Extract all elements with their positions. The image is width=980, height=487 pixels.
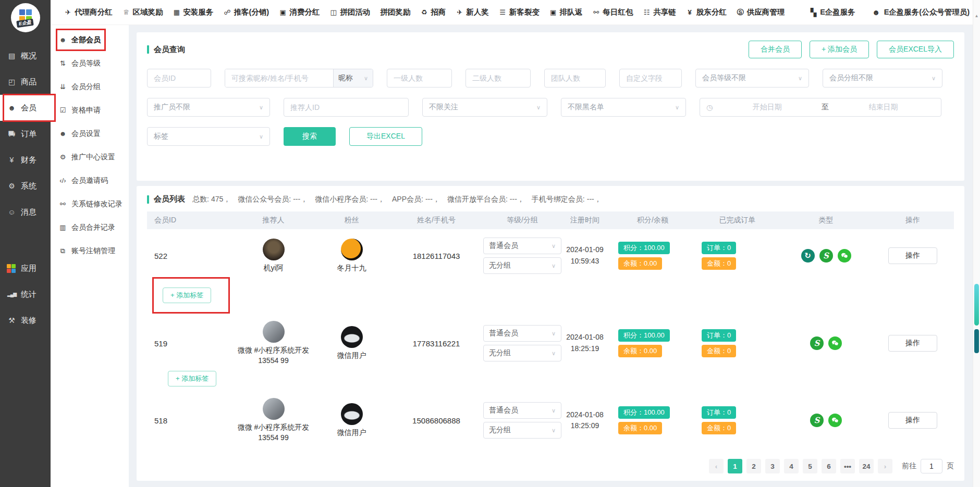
end-date-placeholder: 结束日期: [832, 103, 935, 112]
nav-newcomer-award[interactable]: ✈ 新人奖: [456, 7, 489, 17]
page-button-4[interactable]: 4: [784, 459, 799, 473]
submenu-invite-code[interactable]: ‹/› 会员邀请码: [51, 169, 129, 192]
member-level-select[interactable]: 会员等级不限 ∨: [695, 69, 809, 88]
overview-icon: ▤: [7, 52, 17, 60]
system-icon: ⚙: [7, 182, 17, 190]
search-button[interactable]: 搜索: [284, 127, 336, 146]
sidebar-item-member[interactable]: ☻ 会员: [0, 95, 51, 121]
sidebar-main-group: ▤ 概况 ◰ 商品 ☻ 会员 ⛟ 订单 ¥ 财务 ⚙ 系统 ☺ 消息: [0, 43, 51, 225]
group-select[interactable]: 无分组 ∨: [483, 257, 561, 274]
account-menu[interactable]: ☻ E企盈服务(公众号管理员): [872, 7, 970, 17]
table-row: 522 机yi阿 冬月十九 18126117043 普通会员 ∨ 无分组 ∨: [147, 229, 954, 276]
page-button-24[interactable]: 24: [859, 459, 874, 473]
sidebar-item-system[interactable]: ⚙ 系统: [0, 173, 51, 199]
level1-count-input[interactable]: [387, 69, 452, 88]
daily-redpacket-icon: ⚯: [592, 8, 600, 16]
consume-dividend-icon: ▣: [279, 8, 287, 16]
nav-agent-dividend[interactable]: ✈ 代理商分红: [64, 7, 113, 17]
nav-groupbuy-reward[interactable]: 拼团奖励: [380, 7, 410, 17]
sidebar-item-apps[interactable]: 应用: [0, 255, 51, 281]
page-button-2[interactable]: 2: [746, 459, 761, 473]
register-time: 2024-01-0818:25:19: [559, 332, 611, 354]
chevron-down-icon: ∨: [552, 427, 556, 434]
page-button-6[interactable]: 6: [822, 459, 836, 473]
sidebar-item-overview[interactable]: ▤ 概况: [0, 43, 51, 69]
nav-new-customer-fission[interactable]: ☰ 新客裂变: [499, 7, 540, 17]
keyword-input[interactable]: [225, 69, 333, 87]
level-select[interactable]: 普通会员 ∨: [483, 238, 561, 254]
sidebar-item-statistics[interactable]: ▂▄▆ 统计: [0, 281, 51, 307]
add-tag-button[interactable]: + 添加标签: [163, 288, 211, 303]
scrollbar-thumb[interactable]: [974, 284, 979, 326]
sidebar-item-goods[interactable]: ◰ 商品: [0, 69, 51, 95]
level-group-cell: 普通会员 ∨ 无分组 ∨: [486, 402, 559, 439]
follow-select[interactable]: 不限关注 ∨: [422, 98, 547, 117]
group-select[interactable]: 无分组 ∨: [483, 345, 561, 361]
sidebar-item-decorate[interactable]: ⚒ 装修: [0, 307, 51, 333]
custom-field-input[interactable]: [619, 69, 682, 88]
page-button-5[interactable]: 5: [803, 459, 817, 473]
submenu-member-group[interactable]: ⇊ 会员分组: [51, 75, 129, 98]
team-count-input[interactable]: [544, 69, 606, 88]
wechat-icon: [828, 414, 842, 427]
member-group-select[interactable]: 会员分组不限 ∨: [823, 69, 942, 88]
amount-badge: 金额：0: [702, 257, 736, 270]
level-select[interactable]: 普通会员 ∨: [483, 325, 561, 342]
tag-select[interactable]: 标签 ∨: [147, 127, 270, 146]
submenu-account-cancel[interactable]: ⧉ 账号注销管理: [51, 239, 129, 263]
add-tag-button[interactable]: + 添加标签: [168, 371, 216, 386]
row-action-button[interactable]: 操作: [888, 412, 937, 429]
nav-region-reward[interactable]: ♕ 区域奖励: [123, 7, 163, 17]
fan-avatar: [341, 326, 363, 348]
nav-install-service[interactable]: ▦ 安装服务: [173, 7, 214, 17]
export-excel-button[interactable]: 导出EXCEL: [349, 127, 422, 146]
submenu-qualification[interactable]: ☑ 资格申请: [51, 98, 129, 122]
prev-page-button[interactable]: ‹: [709, 459, 724, 473]
row-action-button[interactable]: 操作: [888, 247, 937, 264]
level2-count-input[interactable]: [466, 69, 531, 88]
nav-shareholder-dividend[interactable]: ¥ 股东分红: [686, 7, 727, 17]
blacklist-select[interactable]: 不限黑名单 ∨: [561, 98, 686, 117]
submenu-merge-record[interactable]: ▥ 会员合并记录: [51, 216, 129, 239]
date-range-picker[interactable]: ◷ 开始日期 至 结束日期: [700, 98, 941, 117]
nav-share-chain[interactable]: ☷ 共享链: [643, 7, 676, 17]
member-excel-import-button[interactable]: 会员EXCEL导入: [877, 41, 954, 58]
floating-widget[interactable]: [974, 329, 979, 353]
nav-supplier-manage[interactable]: Ⓢ 供应商管理: [737, 7, 785, 17]
next-page-button[interactable]: ›: [878, 459, 892, 473]
add-member-button[interactable]: + 添加会员: [810, 41, 869, 58]
promoter-select[interactable]: 推广员不限 ∨: [147, 98, 270, 117]
member-id-input[interactable]: [147, 69, 211, 88]
submenu-member-setting[interactable]: ☻ 会员设置: [51, 122, 129, 145]
page-button-1[interactable]: 1: [728, 459, 742, 473]
nav-queue-return[interactable]: ▣ 排队返: [549, 7, 583, 17]
nav-promoter[interactable]: ☍ 推客(分销): [224, 7, 270, 17]
nav-daily-redpacket[interactable]: ⚯ 每日红包: [592, 7, 633, 17]
nav-consume-dividend[interactable]: ▣ 消费分红: [279, 7, 320, 17]
keyword-type-select[interactable]: 昵称 ∨: [333, 69, 373, 87]
submenu-promotion-center[interactable]: ⚙ 推广中心设置: [51, 145, 129, 169]
points-balance-cell: 积分：100.00 余额：0.00: [611, 242, 694, 270]
submenu-member-level[interactable]: ⇅ 会员等级: [51, 52, 129, 75]
sidebar-item-message[interactable]: ☺ 消息: [0, 199, 51, 225]
group-select[interactable]: 无分组 ∨: [483, 422, 561, 439]
page-ellipsis[interactable]: •••: [840, 459, 855, 473]
row-action-button[interactable]: 操作: [888, 335, 937, 352]
scrollbar-track[interactable]: ▲: [973, 0, 980, 487]
merge-members-button[interactable]: 合并会员: [749, 41, 802, 58]
chevron-down-icon: ∨: [552, 350, 556, 357]
member-phone: 17783116221: [387, 339, 486, 348]
page-button-3[interactable]: 3: [765, 459, 780, 473]
sidebar-item-order[interactable]: ⛟ 订单: [0, 121, 51, 147]
service-entry[interactable]: ▚ E企盈服务: [811, 7, 855, 17]
nav-groupbuy-activity[interactable]: ◫ 拼团活动: [329, 7, 370, 17]
scrollbar-up-arrow-icon[interactable]: ▲: [973, 14, 980, 18]
referrer-id-input[interactable]: [284, 98, 409, 117]
submenu-relation-chain[interactable]: ⚯ 关系链修改记录: [51, 192, 129, 216]
nav-recruit[interactable]: ♻ 招商: [420, 7, 446, 17]
date-to-label: 至: [818, 103, 832, 112]
sidebar-item-finance[interactable]: ¥ 财务: [0, 147, 51, 173]
submenu-all-members[interactable]: ☻ 全部会员: [51, 28, 129, 52]
goto-page-input[interactable]: [921, 459, 942, 473]
level-select[interactable]: 普通会员 ∨: [483, 402, 561, 419]
